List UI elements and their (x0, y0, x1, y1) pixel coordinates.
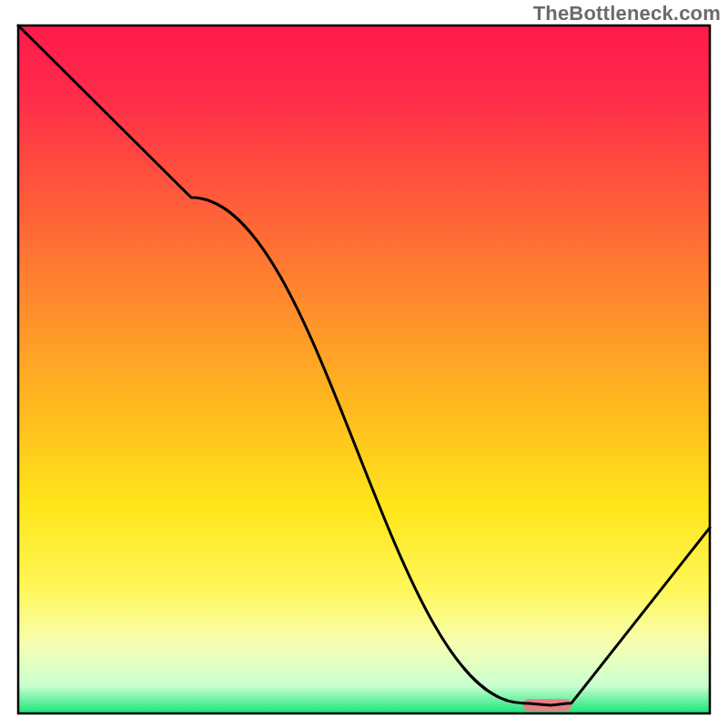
watermark-text: TheBottleneck.com (533, 2, 721, 25)
bottleneck-chart (0, 0, 728, 728)
chart-container: TheBottleneck.com (0, 0, 728, 728)
